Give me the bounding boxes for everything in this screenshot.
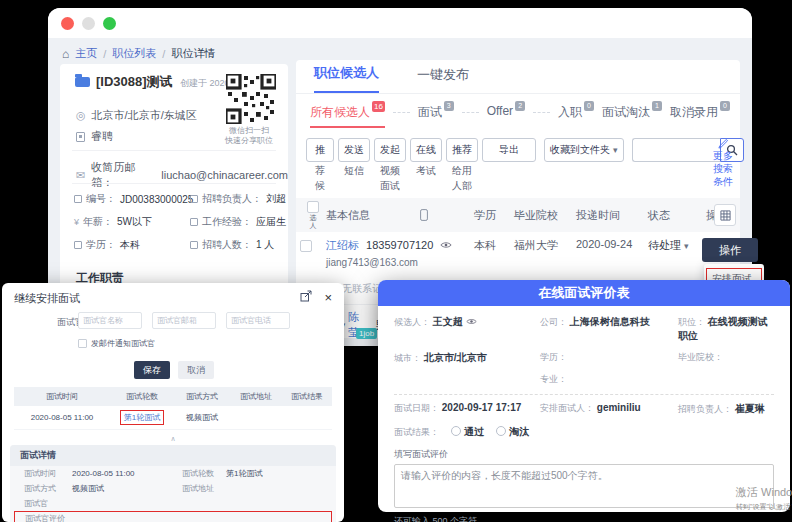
detail-row: 面试官 bbox=[10, 496, 336, 511]
close-icon[interactable]: × bbox=[324, 290, 332, 305]
owner-icon bbox=[190, 195, 198, 203]
screen: ⌂ 主页 / 职位列表 / 职位详情 [ID3088]测试 创建于 2020/0… bbox=[0, 0, 792, 522]
toolbar-col: 导出 bbox=[482, 138, 536, 162]
col-status: 状态 bbox=[648, 208, 706, 223]
radio-icon[interactable] bbox=[451, 426, 461, 436]
interview-result-row: 面试结果： 通过 淘汰 bbox=[394, 425, 774, 439]
radio-icon[interactable] bbox=[496, 426, 506, 436]
subtab-separator bbox=[533, 112, 550, 113]
checkbox-icon bbox=[78, 339, 87, 348]
tab-job-candidates[interactable]: 职位候选人 bbox=[314, 64, 379, 93]
collapse-caret-icon[interactable]: ∧ bbox=[2, 435, 344, 443]
eye-icon[interactable] bbox=[440, 241, 452, 249]
result-option-fail[interactable]: 淘汰 bbox=[496, 425, 529, 439]
chevron-down-icon: ▾ bbox=[613, 145, 618, 155]
subtab-all-candidates[interactable]: 所有候选人16 bbox=[310, 104, 385, 128]
breadcrumb-separator: / bbox=[162, 48, 165, 60]
toolbar-col: 推荐 给用 人部 bbox=[446, 138, 478, 192]
breadcrumb-job-list[interactable]: 职位列表 bbox=[112, 46, 156, 61]
candidate-school: 福州大学 bbox=[514, 238, 576, 253]
rounds-table-row: 2020-08-05 11:00 第1轮面试 视频面试 bbox=[14, 406, 332, 430]
candidate-name-link[interactable]: 江绍标 bbox=[326, 239, 359, 251]
start-video-interview-button[interactable]: 发起 bbox=[374, 138, 406, 162]
mail-icon: ✉ bbox=[76, 169, 85, 182]
close-window-button[interactable] bbox=[61, 17, 74, 30]
interview-detail-panel: 面试详情 面试时间2020-08-05 11:00 面试轮数第1轮面试 面试方式… bbox=[10, 445, 336, 522]
dashed-divider bbox=[394, 394, 774, 395]
evaluation-textarea[interactable] bbox=[394, 464, 774, 508]
schedule-interview-modal: 继续安排面试 × 面试官 发邮件通知面试官 保存 取消 面试时间 面试轮数 面试… bbox=[2, 283, 344, 522]
button-overflow-text: 给用 bbox=[452, 165, 472, 177]
recommend-to-dept-button[interactable]: 推荐 bbox=[446, 138, 478, 162]
candidates-table-header: 选人 基本信息 学历 毕业院校 投递时间 状态 操作 bbox=[296, 198, 740, 232]
job-title: [ID3088]测试 bbox=[96, 73, 173, 91]
candidate-row: 江绍标 18359707120 jiang7413@163.com 本科 福州大… bbox=[296, 232, 740, 276]
action-button[interactable]: 操作 bbox=[702, 238, 758, 262]
minimize-window-button[interactable] bbox=[82, 17, 95, 30]
eye-icon[interactable] bbox=[466, 318, 477, 325]
select-all-checkbox[interactable] bbox=[307, 201, 319, 213]
row-checkbox[interactable] bbox=[300, 240, 312, 252]
subtab-interview-rejected[interactable]: 面试淘汰1 bbox=[602, 104, 662, 126]
interviewer-phone-input[interactable] bbox=[226, 312, 290, 329]
count-badge: 1 bbox=[652, 101, 662, 111]
candidate-email: jiang7413@163.com bbox=[326, 257, 474, 268]
search-input[interactable] bbox=[632, 138, 720, 162]
more-search-conditions[interactable]: 更多 搜索 条件 bbox=[708, 138, 738, 188]
resume-email-value: liuchao@chinacareer.com bbox=[161, 169, 288, 181]
column-settings-button[interactable] bbox=[714, 204, 736, 226]
qr-caption: 微信扫一扫 快速分享职位 bbox=[214, 126, 284, 146]
cancel-button[interactable]: 取消 bbox=[178, 361, 214, 379]
breadcrumb-separator: / bbox=[103, 48, 106, 60]
interview-round-link[interactable]: 第1轮面试 bbox=[120, 410, 164, 425]
comment-label: 填写面试评价 bbox=[394, 448, 774, 461]
subtab-offer[interactable]: Offer2 bbox=[487, 104, 525, 123]
subtab-interview[interactable]: 面试3 bbox=[418, 104, 454, 126]
send-sms-button[interactable]: 发送 bbox=[338, 138, 370, 162]
pencil-icon bbox=[718, 138, 729, 149]
job-company-row: 睿聘 bbox=[76, 129, 113, 144]
divider bbox=[72, 183, 276, 184]
modal-title: 继续安排面试 bbox=[14, 291, 80, 306]
subtab-offer-cancelled[interactable]: 取消录用0 bbox=[670, 104, 730, 126]
favorite-folder-dropdown[interactable]: 收藏到文件夹 ▾ bbox=[544, 138, 624, 162]
maximize-window-button[interactable] bbox=[103, 17, 116, 30]
field-label: 学历： bbox=[86, 238, 116, 252]
qr-code bbox=[226, 74, 276, 128]
degree-icon bbox=[74, 241, 82, 249]
field-label: 城市： bbox=[394, 353, 421, 363]
button-overflow-text: 候 bbox=[315, 180, 325, 192]
candidate-degree: 本科 bbox=[474, 238, 514, 253]
modal-title: 在线面试评价表 bbox=[378, 280, 790, 306]
button-overflow-text: 视频 bbox=[380, 165, 400, 177]
col-basic-info: 基本信息 bbox=[326, 208, 370, 223]
detail-row-interviewer-evaluation: 面试官评价 bbox=[14, 511, 332, 522]
field-label: 面试结果： bbox=[394, 426, 439, 439]
button-overflow-text: 荐 bbox=[315, 165, 325, 177]
field-label: 安排面试人： bbox=[540, 403, 594, 413]
interviewer-email-input[interactable] bbox=[152, 312, 216, 329]
save-button[interactable]: 保存 bbox=[134, 361, 170, 379]
candidate-status-subtabs: 所有候选人16 面试3 Offer2 入职0 面试淘汰1 取消录用0 bbox=[310, 104, 730, 128]
arranger-name: geminiliu bbox=[597, 402, 641, 413]
candidate-status-dropdown[interactable]: 待处理 ▾ bbox=[648, 238, 706, 253]
home-icon[interactable]: ⌂ bbox=[62, 47, 69, 61]
salary-icon: ¥ bbox=[74, 217, 79, 227]
field-value: 刘超 bbox=[266, 192, 286, 206]
interview-detail-title: 面试详情 bbox=[10, 445, 336, 466]
resume-email-row: ✉ 收简历邮箱： liuchao@chinacareer.com bbox=[76, 160, 288, 190]
export-button[interactable]: 导出 bbox=[482, 138, 536, 162]
subtab-onboard[interactable]: 入职0 bbox=[558, 104, 594, 126]
tab-one-click-publish[interactable]: 一键发布 bbox=[417, 66, 469, 93]
toolbar-col: 发送 短信 bbox=[338, 138, 370, 177]
subtab-separator bbox=[393, 112, 410, 113]
online-exam-button[interactable]: 在线 bbox=[410, 138, 442, 162]
result-option-pass[interactable]: 通过 bbox=[451, 425, 484, 439]
notify-interviewer-checkbox[interactable]: 发邮件通知面试官 bbox=[78, 338, 155, 349]
job-count-tag: 1job bbox=[356, 328, 377, 339]
recommend-candidate-button[interactable]: 推 bbox=[306, 138, 334, 162]
expand-icon[interactable] bbox=[300, 290, 312, 302]
interviewer-name-input[interactable] bbox=[78, 312, 142, 329]
breadcrumb-home[interactable]: 主页 bbox=[75, 46, 97, 61]
col-degree: 学历 bbox=[474, 208, 514, 223]
